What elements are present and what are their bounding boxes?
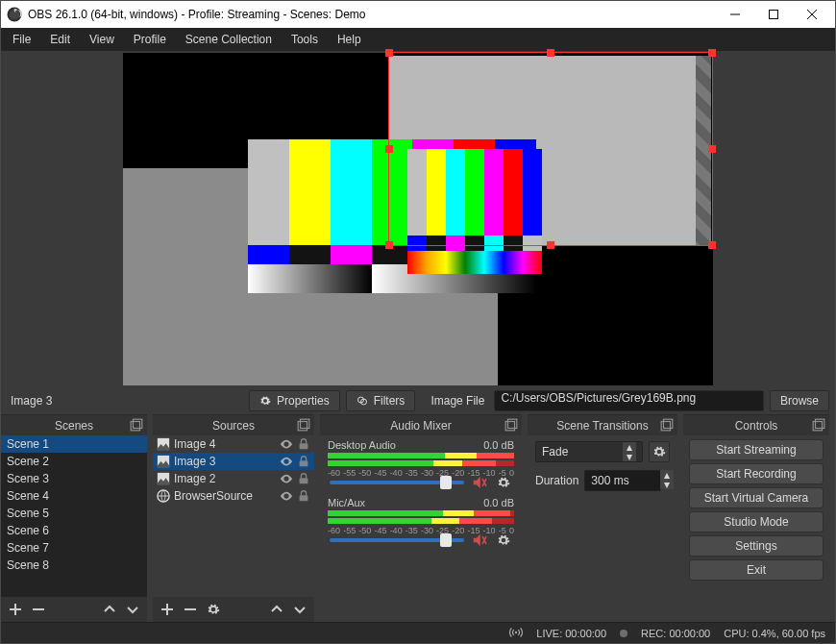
scene-item[interactable]: Scene 5 — [1, 505, 147, 522]
lock-toggle[interactable] — [297, 472, 310, 485]
lock-toggle[interactable] — [297, 455, 310, 468]
gear-icon — [259, 395, 271, 407]
audio-mixer-header[interactable]: Audio Mixer — [320, 414, 522, 435]
control-button-start-virtual-camera[interactable]: Start Virtual Camera — [689, 487, 824, 508]
source-item[interactable]: Image 4 — [153, 435, 314, 453]
transition-settings-button[interactable] — [649, 441, 670, 462]
filters-button[interactable]: Filters — [346, 390, 416, 411]
source-item[interactable]: Image 3 — [153, 453, 314, 470]
svg-rect-16 — [300, 495, 308, 501]
source-item[interactable]: Image 2 — [153, 470, 314, 487]
control-button-studio-mode[interactable]: Studio Mode — [689, 511, 824, 533]
lock-toggle[interactable] — [297, 489, 310, 503]
preview-canvas[interactable] — [123, 53, 713, 385]
selection-handle-s[interactable] — [547, 241, 554, 249]
obs-logo-icon — [7, 7, 22, 22]
status-rec-dot — [620, 630, 627, 637]
spin-down-button[interactable]: ▾ — [660, 480, 674, 489]
scenes-toolbar — [1, 597, 147, 622]
popout-icon[interactable] — [504, 418, 518, 432]
image-file-label: Image File — [421, 394, 488, 408]
selection-bounds[interactable] — [388, 52, 713, 246]
source-remove-button[interactable] — [180, 599, 201, 620]
image-file-path[interactable]: C:/Users/OBS/Pictures/Grey169B.png — [494, 390, 764, 411]
menu-edit[interactable]: Edit — [40, 28, 80, 51]
browse-button[interactable]: Browse — [770, 390, 829, 411]
selection-handle-sw[interactable] — [385, 241, 393, 249]
volume-slider[interactable] — [330, 481, 464, 484]
filter-icon — [357, 395, 368, 407]
selection-handle-ne[interactable] — [708, 49, 716, 57]
scene-item[interactable]: Scene 6 — [1, 522, 147, 539]
popout-icon[interactable] — [297, 418, 310, 432]
menu-view[interactable]: View — [80, 28, 124, 51]
popout-icon[interactable] — [130, 418, 143, 432]
menu-file[interactable]: File — [3, 28, 40, 51]
svg-rect-7 — [298, 422, 307, 431]
sources-list[interactable]: Image 4Image 3Image 2BrowserSource — [153, 435, 314, 597]
svg-rect-20 — [664, 419, 673, 428]
source-name: Image 4 — [174, 437, 276, 451]
scene-item[interactable]: Scene 2 — [1, 453, 147, 470]
scene-item[interactable]: Scene 1 — [1, 435, 147, 453]
scene-item[interactable]: Scene 4 — [1, 487, 147, 505]
visibility-toggle[interactable] — [280, 472, 293, 485]
visibility-toggle[interactable] — [280, 437, 293, 451]
scene-item[interactable]: Scene 8 — [1, 557, 147, 574]
scene-item[interactable]: Scene 3 — [1, 470, 147, 487]
source-property-bar: Image 3 Properties Filters Image File C:… — [1, 387, 835, 414]
svg-rect-8 — [301, 419, 309, 428]
controls-dock: Controls Start StreamingStart RecordingS… — [683, 414, 829, 622]
control-button-start-streaming[interactable]: Start Streaming — [689, 439, 824, 460]
scene-move-up-button[interactable] — [99, 599, 120, 620]
mute-button[interactable] — [472, 476, 487, 489]
visibility-toggle[interactable] — [280, 489, 293, 503]
controls-header[interactable]: Controls — [683, 414, 829, 435]
sources-dock-header[interactable]: Sources — [153, 414, 314, 435]
scenes-dock-header[interactable]: Scenes — [1, 414, 147, 435]
status-rec-time: REC: 00:00:00 — [641, 628, 710, 639]
window-maximize-button[interactable] — [754, 1, 793, 28]
control-button-start-recording[interactable]: Start Recording — [689, 463, 824, 484]
lock-toggle[interactable] — [297, 437, 310, 451]
selection-handle-nw[interactable] — [385, 49, 393, 57]
image-icon — [157, 472, 170, 485]
source-name: Image 3 — [174, 455, 276, 468]
menu-help[interactable]: Help — [328, 28, 371, 51]
control-button-settings[interactable]: Settings — [689, 535, 824, 557]
scene-transitions-header[interactable]: Scene Transitions — [528, 414, 677, 435]
window-minimize-button[interactable] — [716, 1, 754, 28]
transition-select[interactable]: Fade ▴▾ — [535, 441, 643, 462]
visibility-toggle[interactable] — [280, 455, 293, 468]
properties-button[interactable]: Properties — [249, 390, 340, 411]
scene-move-down-button[interactable] — [122, 599, 143, 620]
menu-scene-collection[interactable]: Scene Collection — [176, 28, 282, 51]
selection-handle-w[interactable] — [385, 145, 393, 153]
selection-handle-e[interactable] — [708, 145, 716, 153]
mixer-channel-name: Desktop Audio — [328, 439, 396, 451]
mute-button[interactable] — [472, 533, 487, 547]
scenes-list[interactable]: Scene 1Scene 2Scene 3Scene 4Scene 5Scene… — [1, 435, 147, 597]
scene-add-button[interactable] — [5, 599, 26, 620]
menu-profile[interactable]: Profile — [124, 28, 176, 51]
volume-slider[interactable] — [330, 538, 464, 542]
svg-rect-19 — [661, 422, 670, 431]
source-item[interactable]: BrowserSource — [153, 487, 314, 505]
scene-remove-button[interactable] — [28, 599, 49, 620]
selection-handle-se[interactable] — [708, 241, 716, 249]
source-properties-button[interactable] — [203, 599, 224, 620]
source-move-up-button[interactable] — [266, 599, 287, 620]
transition-duration-input[interactable]: 300 ms — [584, 470, 661, 491]
popout-icon[interactable] — [660, 418, 674, 432]
popout-icon[interactable] — [812, 418, 825, 432]
mixer-channel: Mic/Aux0.0 dB-60-55-50-45-40-35-30-25-20… — [328, 497, 514, 549]
menu-tools[interactable]: Tools — [282, 28, 328, 51]
control-button-exit[interactable]: Exit — [689, 559, 824, 581]
source-move-down-button[interactable] — [289, 599, 310, 620]
scene-item[interactable]: Scene 7 — [1, 539, 147, 557]
window-close-button[interactable] — [793, 1, 831, 28]
source-add-button[interactable] — [157, 599, 178, 620]
selection-handle-n[interactable] — [547, 49, 554, 57]
audio-meter: -60-55-50-45-40-35-30-25-20-15-10-50 — [328, 453, 514, 472]
program-preview[interactable] — [1, 51, 835, 387]
